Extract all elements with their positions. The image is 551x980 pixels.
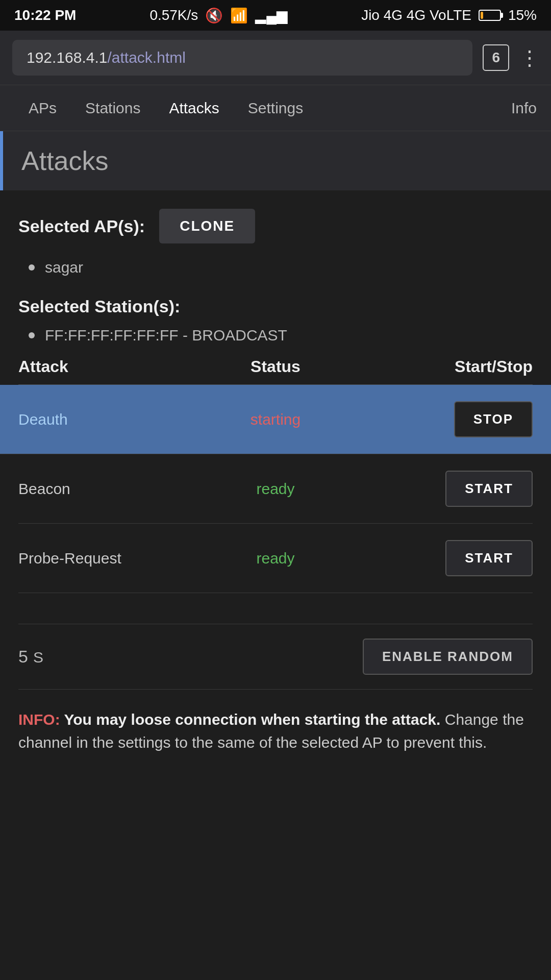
attack-action-deauth: STOP [361,401,533,437]
selected-station-item: FF:FF:FF:FF:FF:FF - BROADCAST [18,322,533,349]
info-text: INFO: You may loose connection when star… [18,708,533,754]
col-header-attack: Attack [18,357,190,376]
url-path: /attack.html [107,49,185,66]
main-content: Selected AP(s): CLONE sagar Selected Sta… [0,190,551,772]
signal-icon: ▂▄▆ [255,7,288,24]
start-button-probe[interactable]: START [445,540,533,576]
interval-value: 5 [18,647,28,667]
tab-stations[interactable]: Stations [71,85,155,131]
attack-name-beacon: Beacon [18,480,190,498]
more-menu-icon[interactable]: ⋮ [519,46,539,69]
bottom-section: 5 S ENABLE RANDOM [18,624,533,690]
url-ip: 192.168.4.1 [27,49,107,66]
attack-row-deauth: Deauth starting STOP [0,385,551,454]
tab-aps[interactable]: APs [14,85,71,131]
attack-action-beacon: START [361,471,533,507]
interval-unit: S [33,649,43,666]
clone-button[interactable]: CLONE [159,209,255,243]
attack-action-probe: START [361,540,533,576]
col-header-startstop: Start/Stop [361,357,533,376]
attack-name-probe: Probe-Request [18,550,190,567]
status-center: 0.57K/s 🔇 📶 ▂▄▆ [149,7,288,24]
selected-ap-item: sagar [18,254,533,281]
info-bold-text: You may loose connection when starting t… [60,711,441,728]
tab-settings[interactable]: Settings [234,85,317,131]
info-label: INFO: [18,711,60,728]
selected-stations-label: Selected Station(s): [18,297,533,316]
bullet-dot-2 [29,332,35,338]
carrier-label: Jio 4G 4G VoLTE [361,7,471,23]
battery-percent: 15% [508,7,537,23]
attack-status-probe: ready [190,550,361,567]
tab-attacks[interactable]: Attacks [155,85,233,131]
page-header: Attacks [0,131,551,190]
selected-aps-label: Selected AP(s): [18,216,145,236]
stop-button-deauth[interactable]: STOP [454,401,533,437]
attack-row-beacon: Beacon ready START [18,454,533,524]
attack-name-deauth: Deauth [18,411,190,428]
selected-ap-name: sagar [45,259,83,276]
tab-count[interactable]: 6 [483,44,509,71]
url-box[interactable]: 192.168.4.1/attack.html [12,40,472,76]
tab-info[interactable]: Info [511,100,537,117]
status-right: Jio 4G 4G VoLTE 15% [361,7,537,23]
battery-icon [479,10,501,21]
selected-station-mac: FF:FF:FF:FF:FF:FF - BROADCAST [45,327,287,344]
page-title: Attacks [21,145,533,176]
status-speed: 0.57K/s [149,7,198,23]
status-bar: 10:22 PM 0.57K/s 🔇 📶 ▂▄▆ Jio 4G 4G VoLTE… [0,0,551,31]
selected-aps-row: Selected AP(s): CLONE [18,209,533,243]
attack-status-beacon: ready [190,480,361,498]
start-button-beacon[interactable]: START [445,471,533,507]
attack-row-probe: Probe-Request ready START [18,524,533,593]
nav-tabs: APs Stations Attacks Settings Info [0,85,551,131]
mute-icon: 🔇 [205,7,223,24]
battery-fill [481,12,483,19]
bullet-dot [29,264,35,271]
attack-table-header: Attack Status Start/Stop [18,349,533,385]
interval-display: 5 S [18,647,43,667]
wifi-icon: 📶 [230,7,248,24]
col-header-status: Status [190,357,361,376]
status-time: 10:22 PM [14,7,76,23]
browser-bar: 192.168.4.1/attack.html 6 ⋮ [0,31,551,85]
attack-status-deauth: starting [190,411,361,428]
enable-random-button[interactable]: ENABLE RANDOM [363,639,533,675]
